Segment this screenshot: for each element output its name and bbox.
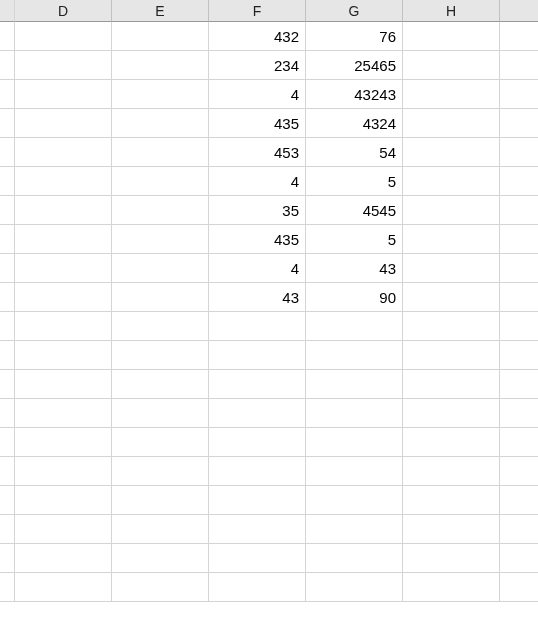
cell-E-9[interactable] (112, 254, 209, 283)
cell-D-7[interactable] (15, 196, 112, 225)
cell-G-9[interactable]: 43 (306, 254, 403, 283)
cell-F-6[interactable]: 4 (209, 167, 306, 196)
cell-D-20[interactable] (15, 573, 112, 602)
cell-H-3[interactable] (403, 80, 500, 109)
cell-F-17[interactable] (209, 486, 306, 515)
cell-D-4[interactable] (15, 109, 112, 138)
cell-D-14[interactable] (15, 399, 112, 428)
cell-overflow[interactable] (500, 254, 538, 283)
cell-overflow[interactable] (500, 544, 538, 573)
column-header-F[interactable]: F (209, 0, 306, 22)
column-header-G[interactable]: G (306, 0, 403, 22)
cell-E-10[interactable] (112, 283, 209, 312)
cell-overflow[interactable] (500, 283, 538, 312)
cell-D-10[interactable] (15, 283, 112, 312)
cell-H-4[interactable] (403, 109, 500, 138)
cell-F-12[interactable] (209, 341, 306, 370)
cell-overflow[interactable] (500, 312, 538, 341)
cell-G-14[interactable] (306, 399, 403, 428)
cell-E-3[interactable] (112, 80, 209, 109)
cell-G-17[interactable] (306, 486, 403, 515)
cell-G-15[interactable] (306, 428, 403, 457)
cell-H-13[interactable] (403, 370, 500, 399)
cell-overflow[interactable] (500, 486, 538, 515)
cell-G-1[interactable]: 76 (306, 22, 403, 51)
cell-overflow[interactable] (500, 399, 538, 428)
cell-F-11[interactable] (209, 312, 306, 341)
cell-D-19[interactable] (15, 544, 112, 573)
cell-F-20[interactable] (209, 573, 306, 602)
cell-E-16[interactable] (112, 457, 209, 486)
column-header-E[interactable]: E (112, 0, 209, 22)
cell-H-9[interactable] (403, 254, 500, 283)
cell-H-6[interactable] (403, 167, 500, 196)
cell-D-1[interactable] (15, 22, 112, 51)
cell-H-5[interactable] (403, 138, 500, 167)
cell-F-16[interactable] (209, 457, 306, 486)
cell-H-19[interactable] (403, 544, 500, 573)
cell-E-1[interactable] (112, 22, 209, 51)
cell-E-12[interactable] (112, 341, 209, 370)
cell-E-15[interactable] (112, 428, 209, 457)
cell-H-10[interactable] (403, 283, 500, 312)
cell-G-4[interactable]: 4324 (306, 109, 403, 138)
cell-G-8[interactable]: 5 (306, 225, 403, 254)
cell-H-14[interactable] (403, 399, 500, 428)
cell-D-11[interactable] (15, 312, 112, 341)
cell-D-8[interactable] (15, 225, 112, 254)
cell-E-17[interactable] (112, 486, 209, 515)
cell-G-12[interactable] (306, 341, 403, 370)
cell-F-14[interactable] (209, 399, 306, 428)
cell-D-12[interactable] (15, 341, 112, 370)
cell-D-6[interactable] (15, 167, 112, 196)
cell-E-2[interactable] (112, 51, 209, 80)
cell-D-2[interactable] (15, 51, 112, 80)
cell-F-5[interactable]: 453 (209, 138, 306, 167)
spreadsheet-grid[interactable]: D E F G H 432762342546544324343543244535… (0, 0, 538, 602)
cell-D-9[interactable] (15, 254, 112, 283)
cell-H-1[interactable] (403, 22, 500, 51)
cell-E-11[interactable] (112, 312, 209, 341)
cell-overflow[interactable] (500, 573, 538, 602)
cell-overflow[interactable] (500, 515, 538, 544)
cell-overflow[interactable] (500, 138, 538, 167)
cell-F-13[interactable] (209, 370, 306, 399)
cell-G-18[interactable] (306, 515, 403, 544)
cell-D-13[interactable] (15, 370, 112, 399)
cell-F-8[interactable]: 435 (209, 225, 306, 254)
cell-E-5[interactable] (112, 138, 209, 167)
cell-H-18[interactable] (403, 515, 500, 544)
cell-G-7[interactable]: 4545 (306, 196, 403, 225)
cell-E-18[interactable] (112, 515, 209, 544)
cell-F-3[interactable]: 4 (209, 80, 306, 109)
cell-G-5[interactable]: 54 (306, 138, 403, 167)
cell-E-13[interactable] (112, 370, 209, 399)
cell-overflow[interactable] (500, 370, 538, 399)
cell-F-7[interactable]: 35 (209, 196, 306, 225)
cell-G-16[interactable] (306, 457, 403, 486)
cell-F-19[interactable] (209, 544, 306, 573)
cell-E-8[interactable] (112, 225, 209, 254)
cell-overflow[interactable] (500, 225, 538, 254)
cell-E-7[interactable] (112, 196, 209, 225)
cell-F-18[interactable] (209, 515, 306, 544)
cell-overflow[interactable] (500, 51, 538, 80)
cell-F-9[interactable]: 4 (209, 254, 306, 283)
cell-G-3[interactable]: 43243 (306, 80, 403, 109)
cell-D-16[interactable] (15, 457, 112, 486)
cell-overflow[interactable] (500, 196, 538, 225)
cell-F-1[interactable]: 432 (209, 22, 306, 51)
cell-H-11[interactable] (403, 312, 500, 341)
cell-F-10[interactable]: 43 (209, 283, 306, 312)
cell-G-19[interactable] (306, 544, 403, 573)
cell-D-3[interactable] (15, 80, 112, 109)
cell-G-10[interactable]: 90 (306, 283, 403, 312)
cell-H-2[interactable] (403, 51, 500, 80)
cell-H-16[interactable] (403, 457, 500, 486)
cell-overflow[interactable] (500, 167, 538, 196)
cell-D-15[interactable] (15, 428, 112, 457)
cell-overflow[interactable] (500, 22, 538, 51)
cell-E-14[interactable] (112, 399, 209, 428)
cell-D-18[interactable] (15, 515, 112, 544)
cell-H-12[interactable] (403, 341, 500, 370)
